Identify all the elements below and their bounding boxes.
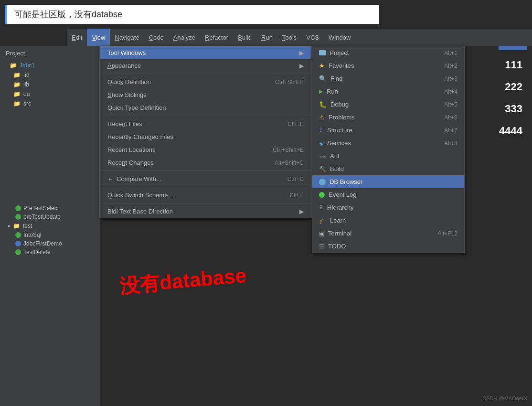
- tool-windows-label: Tool Windows: [107, 49, 146, 56]
- learn-icon: 🎓: [319, 217, 326, 224]
- bug-icon: 🐛: [319, 101, 327, 108]
- menu-item-compare-with[interactable]: ↔ Compare With... Ctrl+D: [100, 172, 311, 185]
- menu-build[interactable]: Build: [233, 29, 256, 46]
- menu-code[interactable]: Code: [144, 29, 169, 46]
- submenu-problems[interactable]: ⚠ Problems Alt+6: [312, 111, 464, 124]
- sidebar-testdelete[interactable]: TestDelete: [0, 248, 100, 256]
- menu-item-recently-changed-files[interactable]: Recently Changed Files: [100, 130, 311, 143]
- sidebar-intosql[interactable]: IntoSql: [0, 231, 100, 239]
- menu-navigate-label: Navigate: [115, 34, 139, 41]
- menu-tools[interactable]: Tools: [277, 29, 301, 46]
- menu-bar: Edit View Navigate Code Analyze Refactor…: [67, 29, 532, 46]
- menu-divider-3: [100, 171, 311, 171]
- sidebar-pretestupdate[interactable]: preTestUpdate: [0, 213, 100, 221]
- left-sidebar: Project 📁 Jdbc1 📁 .id 📁 lib 📁 ou 📁 src P…: [0, 46, 100, 406]
- ant-icon: 🐜: [319, 153, 326, 160]
- sidebar-ou-folder[interactable]: 📁 ou: [0, 89, 100, 99]
- arrow-icon: ▶: [299, 50, 304, 56]
- submenu-event-log[interactable]: Event Log: [312, 188, 464, 201]
- menu-item-quick-switch-scheme[interactable]: Quick Switch Scheme... Ctrl+`: [100, 189, 311, 202]
- menu-window[interactable]: Window: [324, 29, 355, 46]
- submenu-favorites[interactable]: ★ Favorites Alt+2: [312, 59, 464, 72]
- menu-analyze[interactable]: Analyze: [169, 29, 200, 46]
- file-icon: [15, 205, 21, 211]
- sidebar-lib-folder[interactable]: 📁 lib: [0, 80, 100, 89]
- submenu-run[interactable]: ▶ Run Alt+4: [312, 85, 464, 98]
- submenu-find[interactable]: 🔍 Find Alt+3: [312, 72, 464, 85]
- view-menu-dropdown: Tool Windows ▶ Appearance ▶ Quick Defini…: [99, 46, 312, 218]
- appearance-label: Appearance: [107, 62, 141, 69]
- file-icon: [15, 249, 21, 255]
- data-row-4: 4444: [494, 122, 527, 140]
- menu-item-quick-type-definition[interactable]: Quick Type Definition: [100, 101, 311, 114]
- menu-view[interactable]: View: [87, 29, 110, 46]
- hierarchy-icon: ⠿: [319, 204, 323, 211]
- sidebar-test-folder[interactable]: ▾ 📁 test: [0, 221, 100, 231]
- folder-icon: 📁: [13, 81, 21, 88]
- submenu-build[interactable]: 🔨 Build: [312, 162, 464, 175]
- db-icon: [319, 179, 326, 185]
- services-icon: ◈: [319, 140, 323, 147]
- folder-icon: 📁: [13, 100, 21, 107]
- jdbc-label: Jdbc1: [20, 62, 35, 69]
- menu-divider-1: [100, 74, 311, 74]
- submenu-structure[interactable]: ⠿ Structure Alt+7: [312, 124, 464, 137]
- menu-edit[interactable]: Edit: [67, 29, 87, 46]
- folder-icon: 📁: [13, 91, 21, 97]
- menu-item-recent-files[interactable]: Recent Files Ctrl+E: [100, 118, 311, 130]
- submenu-debug[interactable]: 🐛 Debug Alt+5: [312, 98, 464, 111]
- submenu-services[interactable]: ◈ Services Alt+8: [312, 137, 464, 150]
- eventlog-icon: [319, 192, 325, 198]
- menu-divider-2: [100, 116, 311, 116]
- structure-icon: ⠿: [319, 127, 323, 134]
- menu-tools-label: Tools: [282, 34, 297, 41]
- play-icon: ▶: [319, 88, 323, 95]
- menu-build-label: Build: [238, 34, 252, 41]
- arrow-icon: ▶: [299, 208, 304, 215]
- submenu-db-browser[interactable]: DB Browser: [312, 175, 464, 188]
- menu-vcs-label: VCS: [306, 34, 319, 41]
- arrow-icon: ▶: [299, 63, 304, 69]
- warning-icon: ⚠: [319, 114, 325, 121]
- sidebar-id-folder[interactable]: 📁 .id: [0, 70, 100, 80]
- compare-icon: ↔: [107, 175, 114, 182]
- submenu-hierarchy[interactable]: ⠿ Hierarchy: [312, 201, 464, 214]
- tool-windows-submenu: Project Alt+1 ★ Favorites Alt+2 🔍 Find A…: [312, 46, 465, 253]
- menu-item-recent-changes[interactable]: Recent Changes Alt+Shift+C: [100, 156, 311, 169]
- watermark-text: CSDN @MAOgerX: [482, 395, 527, 401]
- todo-icon: ☰: [319, 243, 324, 250]
- data-row-2: 222: [500, 78, 527, 96]
- menu-item-tool-windows[interactable]: Tool Windows ▶: [100, 46, 311, 59]
- menu-divider-4: [100, 187, 311, 187]
- submenu-learn[interactable]: 🎓 Learn: [312, 214, 464, 227]
- menu-vcs[interactable]: VCS: [301, 29, 324, 46]
- data-row-3: 333: [500, 100, 527, 118]
- menu-analyze-label: Analyze: [173, 34, 195, 41]
- folder-icon: 📁: [13, 223, 20, 229]
- bidi-text-label: Bidi Text Base Direction: [107, 208, 173, 215]
- sidebar-jdbc-item[interactable]: 📁 Jdbc1: [0, 61, 100, 70]
- submenu-project[interactable]: Project Alt+1: [312, 46, 464, 59]
- menu-item-appearance[interactable]: Appearance ▶: [100, 59, 311, 72]
- menu-divider-5: [100, 203, 311, 203]
- folder-icon: [319, 50, 326, 55]
- sidebar-src-folder[interactable]: 📁 src: [0, 99, 100, 108]
- menu-code-label: Code: [149, 34, 164, 41]
- submenu-todo[interactable]: ☰ TODO: [312, 240, 464, 253]
- menu-navigate[interactable]: Navigate: [110, 29, 144, 46]
- menu-refactor-label: Refactor: [205, 34, 228, 41]
- annotation-text: 可能是社区版，没有databse: [14, 10, 122, 19]
- sidebar-pretestselect[interactable]: PreTestSelect: [0, 204, 100, 213]
- submenu-terminal[interactable]: ▣ Terminal Alt+F12: [312, 227, 464, 240]
- sidebar-jdbcfirstdemo[interactable]: JdbcFirstDemo: [0, 239, 100, 248]
- menu-run[interactable]: Run: [256, 29, 277, 46]
- menu-item-quick-definition[interactable]: Quick Definition Ctrl+Shift+I: [100, 75, 311, 88]
- menu-refactor[interactable]: Refactor: [200, 29, 233, 46]
- menu-item-show-siblings[interactable]: Show Siblings: [100, 88, 311, 101]
- menu-view-label: View: [92, 34, 105, 41]
- menu-window-label: Window: [329, 34, 351, 41]
- menu-item-bidi-text[interactable]: Bidi Text Base Direction ▶: [100, 205, 311, 218]
- menu-item-recent-locations[interactable]: Recent Locations Ctrl+Shift+E: [100, 143, 311, 156]
- submenu-ant[interactable]: 🐜 Ant: [312, 150, 464, 162]
- menu-edit-label: Edit: [72, 34, 82, 41]
